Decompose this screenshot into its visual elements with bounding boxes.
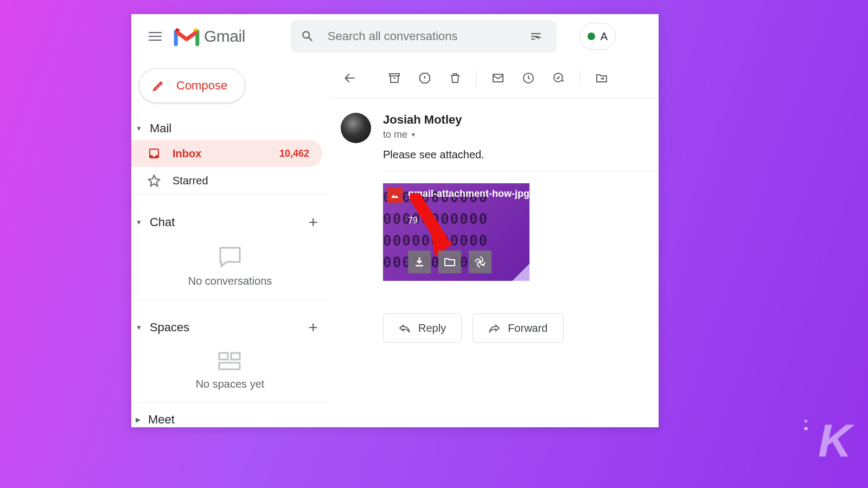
caret-down-icon: ▼ xyxy=(411,132,416,138)
svg-rect-3 xyxy=(390,74,399,76)
sender-name: Josiah Motley xyxy=(383,113,462,127)
mark-unread-icon xyxy=(492,72,505,85)
gmail-m-icon xyxy=(174,27,200,46)
back-button[interactable] xyxy=(336,65,363,92)
move-to-icon xyxy=(595,72,608,85)
gmail-logo[interactable]: Gmail xyxy=(174,27,245,46)
move-to-button[interactable] xyxy=(588,65,615,92)
chat-empty-state: No conversations xyxy=(131,236,329,300)
caret-down-icon: ▼ xyxy=(136,125,142,132)
mark-unread-button[interactable] xyxy=(484,65,512,92)
nav-inbox[interactable]: Inbox 10,462 xyxy=(131,140,322,167)
svg-rect-0 xyxy=(219,353,228,359)
status-label: A xyxy=(601,30,608,43)
section-chat-label: Chat xyxy=(150,215,309,229)
chat-empty-text: No conversations xyxy=(188,275,272,287)
message-toolbar xyxy=(329,59,659,98)
delete-icon xyxy=(449,72,462,85)
message-view: Josiah Motley to me ▼ Please see attache… xyxy=(329,98,659,343)
section-spaces-header[interactable]: ▼ Spaces + xyxy=(131,313,329,341)
report-spam-icon xyxy=(418,72,431,85)
photos-icon xyxy=(474,256,486,268)
compose-button[interactable]: Compose xyxy=(139,68,245,103)
image-type-badge xyxy=(387,188,403,203)
section-chat-header[interactable]: ▼ Chat + xyxy=(131,208,329,236)
inbox-icon xyxy=(148,147,161,160)
pencil-icon xyxy=(151,79,165,93)
reply-button[interactable]: Reply xyxy=(383,313,462,343)
svg-rect-1 xyxy=(231,353,240,359)
menu-icon xyxy=(149,36,162,37)
annotation-arrow xyxy=(404,193,452,258)
new-chat-button[interactable]: + xyxy=(308,213,318,232)
reply-actions: Reply Forward xyxy=(383,313,659,343)
star-icon xyxy=(148,174,161,187)
tune-icon xyxy=(529,30,542,43)
spaces-empty-text: No spaces yet xyxy=(196,378,265,390)
account-status-pill[interactable]: A xyxy=(579,23,616,50)
add-task-button[interactable] xyxy=(545,65,572,92)
sidebar: Compose ▼ Mail Inbox 10,462 Starred ▼ Ch… xyxy=(131,59,329,427)
compose-label: Compose xyxy=(176,79,227,93)
download-attachment-button[interactable] xyxy=(408,251,431,273)
spaces-empty-state: No spaces yet xyxy=(131,341,329,403)
report-spam-button[interactable] xyxy=(411,65,438,92)
spaces-icon xyxy=(217,351,243,371)
watermark-k: ▪ ▪▪K xyxy=(818,414,848,467)
search-options-button[interactable] xyxy=(525,25,547,47)
archive-button[interactable] xyxy=(381,65,408,92)
message-header: Josiah Motley to me ▼ xyxy=(341,113,659,143)
new-space-button[interactable]: + xyxy=(308,318,318,337)
message-pane: Josiah Motley to me ▼ Please see attache… xyxy=(329,59,659,427)
chat-bubble-icon xyxy=(217,246,243,268)
delete-button[interactable] xyxy=(442,65,469,92)
attachment-card[interactable]: 0000000000000000000000000000000000000000… xyxy=(383,183,529,281)
folder-icon xyxy=(444,257,456,267)
save-to-photos-button[interactable] xyxy=(469,251,492,273)
gmail-window: Gmail A Compose ▼ Mail xyxy=(131,14,659,427)
header: Gmail A xyxy=(131,14,659,59)
nav-inbox-label: Inbox xyxy=(173,147,279,160)
download-icon xyxy=(414,256,425,267)
forward-button[interactable]: Forward xyxy=(473,313,563,343)
snooze-button[interactable] xyxy=(515,65,542,92)
caret-down-icon: ▼ xyxy=(136,219,142,226)
add-task-icon xyxy=(552,72,565,85)
main-menu-button[interactable] xyxy=(143,24,167,48)
section-meet-label: Meet xyxy=(148,413,318,427)
section-mail-label: Mail xyxy=(150,121,318,136)
recipient-line[interactable]: to me ▼ xyxy=(383,129,462,140)
search-input[interactable] xyxy=(328,29,525,43)
snooze-icon xyxy=(522,72,535,85)
search-icon xyxy=(301,29,315,43)
reply-icon xyxy=(399,323,411,333)
back-arrow-icon xyxy=(343,71,357,85)
nav-inbox-count: 10,462 xyxy=(279,148,309,159)
gmail-wordmark: Gmail xyxy=(204,27,245,46)
active-status-dot xyxy=(588,33,595,40)
section-mail-header[interactable]: ▼ Mail xyxy=(131,116,329,140)
caret-right-icon: ▶ xyxy=(136,416,141,423)
search-bar[interactable] xyxy=(291,20,557,53)
forward-icon xyxy=(488,323,500,333)
nav-starred-label: Starred xyxy=(173,175,309,187)
svg-rect-2 xyxy=(219,363,240,369)
archive-icon xyxy=(388,72,401,85)
nav-starred[interactable]: Starred xyxy=(131,167,322,194)
caret-down-icon: ▼ xyxy=(136,324,142,331)
section-spaces-label: Spaces xyxy=(150,320,309,335)
message-body: Please see attached. xyxy=(383,149,659,161)
sender-avatar[interactable] xyxy=(341,113,371,143)
save-to-drive-button[interactable] xyxy=(438,251,461,273)
section-meet-header[interactable]: ▶ Meet xyxy=(131,407,329,427)
